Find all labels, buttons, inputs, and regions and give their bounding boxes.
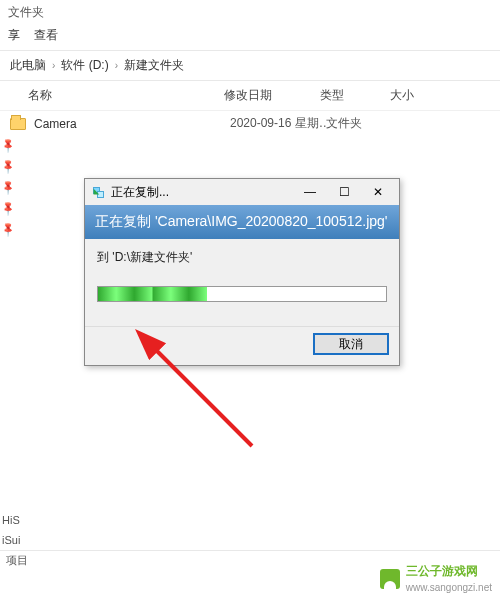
dialog-destination: 到 'D:\新建文件夹' (97, 249, 387, 266)
pin-icon: 📌 (0, 179, 16, 195)
crumb-1[interactable]: 软件 (D:) (61, 57, 108, 74)
close-button[interactable]: ✕ (361, 181, 395, 203)
col-name[interactable]: 名称 (28, 87, 224, 104)
sidebar-item[interactable]: iSui (2, 530, 20, 550)
breadcrumb[interactable]: 此电脑 › 软件 (D:) › 新建文件夹 (0, 51, 500, 80)
watermark-brand: 三公子游戏网 (406, 564, 478, 578)
copy-icon (91, 185, 105, 199)
maximize-button[interactable]: ☐ (327, 181, 361, 203)
col-modified[interactable]: 修改日期 (224, 87, 320, 104)
menu-share[interactable]: 享 (8, 27, 20, 44)
dialog-banner: 正在复制 'Camera\IMG_20200820_100512.jpg' (85, 205, 399, 239)
dialog-titlebar[interactable]: 正在复制... — ☐ ✕ (85, 179, 399, 205)
cell-name: Camera (34, 117, 230, 131)
crumb-2[interactable]: 新建文件夹 (124, 57, 184, 74)
progress-bar (97, 286, 387, 302)
minimize-button[interactable]: — (293, 181, 327, 203)
quickaccess-pins: 📌 📌 📌 📌 📌 (2, 140, 14, 235)
chevron-right-icon: › (52, 60, 55, 71)
watermark-url: www.sangongzi.net (406, 582, 492, 593)
watermark: 三公子游戏网 www.sangongzi.net (380, 563, 492, 594)
cell-modified: 2020-09-16 星期… (230, 115, 326, 132)
column-headers: 名称 修改日期 类型 大小 (0, 81, 500, 111)
progress-fill (98, 287, 207, 301)
pin-icon: 📌 (0, 137, 16, 153)
sidebar-item[interactable]: HiS (2, 510, 20, 530)
dialog-footer: 取消 (85, 326, 399, 365)
chevron-right-icon: › (115, 60, 118, 71)
copy-dialog: 正在复制... — ☐ ✕ 正在复制 'Camera\IMG_20200820_… (84, 178, 400, 366)
pin-icon: 📌 (0, 221, 16, 237)
dialog-title: 正在复制... (111, 184, 293, 201)
menubar: 享 查看 (0, 23, 500, 51)
col-type[interactable]: 类型 (320, 87, 390, 104)
pin-icon: 📌 (0, 158, 16, 174)
folder-icon (10, 118, 26, 130)
sidebar-bottom: HiS iSui (2, 510, 20, 550)
cancel-button[interactable]: 取消 (313, 333, 389, 355)
table-row[interactable]: Camera 2020-09-16 星期… 文件夹 (0, 111, 500, 136)
dialog-body: 到 'D:\新建文件夹' (85, 239, 399, 326)
pin-icon: 📌 (0, 200, 16, 216)
cell-type: 文件夹 (326, 115, 396, 132)
menu-view[interactable]: 查看 (34, 27, 58, 44)
crumb-0[interactable]: 此电脑 (10, 57, 46, 74)
col-size[interactable]: 大小 (390, 87, 450, 104)
title-tab: 文件夹 (0, 0, 500, 23)
android-icon (380, 569, 400, 589)
file-list: 名称 修改日期 类型 大小 Camera 2020-09-16 星期… 文件夹 (0, 80, 500, 136)
